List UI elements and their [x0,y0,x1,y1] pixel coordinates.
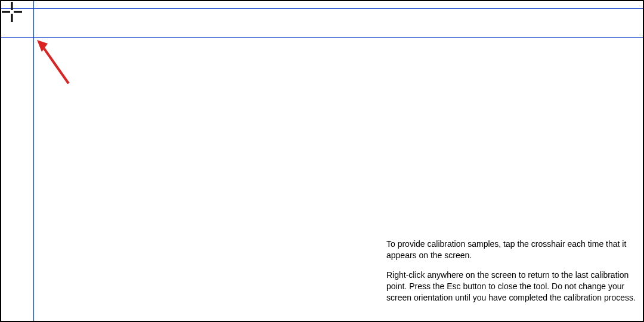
grid-line-horizontal [1,37,643,38]
calibration-instructions: To provide calibration samples, tap the … [386,239,640,311]
grid-line-vertical [33,1,34,321]
annotation-arrow-icon [36,39,72,86]
instruction-paragraph: Right-click anywhere on the screen to re… [386,270,640,304]
svg-line-0 [41,44,69,83]
grid-line-horizontal [1,8,643,9]
calibration-screen[interactable]: To provide calibration samples, tap the … [0,0,644,322]
svg-marker-1 [37,40,48,52]
crosshair-center-gap [10,10,14,14]
instruction-paragraph: To provide calibration samples, tap the … [386,239,640,261]
calibration-crosshair-target[interactable] [4,4,20,20]
